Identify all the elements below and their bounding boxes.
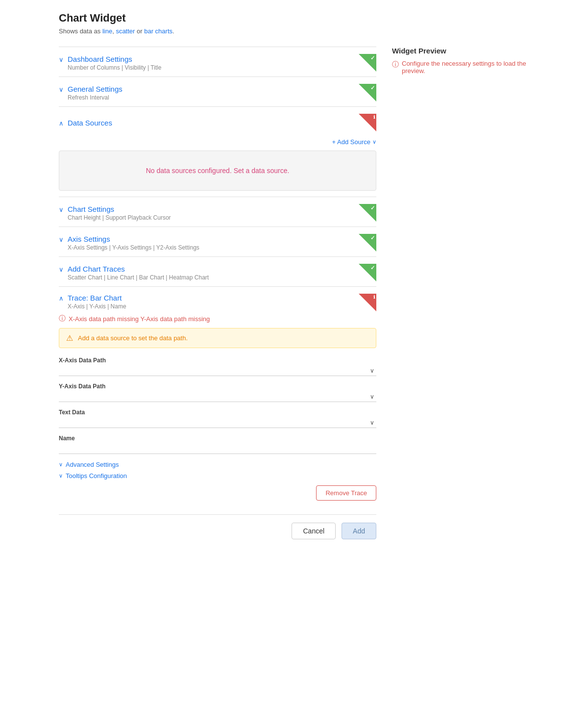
axis-settings-chevron[interactable]: ∨: [59, 236, 64, 243]
x-axis-data-path-select[interactable]: [59, 366, 376, 374]
y-axis-data-path-label: Y-Axis Data Path: [59, 383, 376, 390]
trace-warning-box: ⚠ Add a data source to set the data path…: [59, 328, 376, 348]
widget-preview-title: Widget Preview: [392, 47, 529, 55]
trace-bar-chart-title[interactable]: Trace: Bar Chart: [68, 294, 126, 302]
no-data-sources-box: No data sources configured. Set a data s…: [59, 151, 376, 191]
trace-bar-chart-header: ∧ Trace: Bar Chart X-Axis | Y-Axis | Nam…: [59, 294, 376, 311]
add-source-chevron-icon: ∨: [372, 139, 376, 145]
bottom-buttons: Cancel Add: [59, 514, 376, 539]
axis-settings-title[interactable]: Axis Settings: [68, 235, 199, 243]
trace-error-text: X-Axis data path missing Y-Axis data pat…: [69, 315, 210, 323]
axis-settings-section: ∨ Axis Settings X-Axis Settings | Y-Axis…: [59, 227, 376, 256]
general-settings-subtitle: Refresh Interval: [68, 94, 122, 101]
x-axis-data-path-label: X-Axis Data Path: [59, 357, 376, 364]
trace-error-row: ⓘ X-Axis data path missing Y-Axis data p…: [59, 314, 376, 323]
tooltips-config-label: Tooltips Configuration: [66, 472, 127, 480]
y-axis-data-path-field: Y-Axis Data Path ∨: [59, 383, 376, 402]
trace-warning-text: Add a data source to set the data path.: [78, 334, 188, 342]
add-chart-traces-title[interactable]: Add Chart Traces: [68, 265, 209, 273]
y-axis-data-path-select[interactable]: [59, 392, 376, 400]
add-chart-traces-subtitle: Scatter Chart | Line Chart | Bar Chart |…: [68, 274, 209, 281]
general-settings-section: ∨ General Settings Refresh Interval ✓: [59, 76, 376, 106]
general-settings-badge: ✓: [359, 84, 376, 101]
axis-settings-subtitle: X-Axis Settings | Y-Axis Settings | Y2-A…: [68, 244, 199, 251]
line-link[interactable]: line: [102, 27, 112, 35]
add-chart-traces-section: ∨ Add Chart Traces Scatter Chart | Line …: [59, 256, 376, 286]
dashboard-settings-title[interactable]: Dashboard Settings: [68, 55, 161, 63]
advanced-settings-label: Advanced Settings: [66, 461, 119, 468]
text-data-field: Text Data ∨: [59, 409, 376, 428]
axis-settings-badge: ✓: [359, 234, 376, 252]
text-data-label: Text Data: [59, 409, 376, 416]
chart-settings-chevron[interactable]: ∨: [59, 206, 64, 213]
add-button[interactable]: Add: [342, 523, 376, 539]
preview-message-text: Configure the necessary settings to load…: [402, 60, 529, 75]
add-chart-traces-badge: ✓: [359, 264, 376, 281]
preview-info-icon: ⓘ: [392, 60, 399, 69]
chart-settings-subtitle: Chart Height | Support Playback Cursor: [68, 214, 171, 221]
add-chart-traces-chevron[interactable]: ∨: [59, 266, 64, 273]
dashboard-settings-badge: ✓: [359, 54, 376, 72]
general-settings-title[interactable]: General Settings: [68, 85, 122, 93]
general-settings-chevron[interactable]: ∨: [59, 86, 64, 93]
add-source-row: + Add Source ∨: [59, 136, 376, 151]
add-source-button[interactable]: + Add Source ∨: [332, 138, 376, 146]
widget-preview-panel: Widget Preview ⓘ Configure the necessary…: [392, 47, 529, 75]
cancel-button[interactable]: Cancel: [292, 523, 336, 539]
name-label: Name: [59, 435, 376, 442]
warning-triangle-icon: ⚠: [66, 333, 73, 343]
remove-trace-button[interactable]: Remove Trace: [316, 485, 376, 501]
data-sources-section-header: ∧ Data Sources ℹ: [59, 106, 376, 136]
tooltips-config-link[interactable]: ∨ Tooltips Configuration: [59, 472, 376, 480]
chart-settings-section: ∨ Chart Settings Chart Height | Support …: [59, 197, 376, 227]
advanced-settings-link[interactable]: ∨ Advanced Settings: [59, 461, 376, 468]
data-sources-title[interactable]: Data Sources: [68, 119, 112, 127]
chart-settings-badge: ✓: [359, 204, 376, 222]
tooltips-config-chevron-icon: ∨: [59, 473, 63, 479]
trace-bar-chart-section: ∧ Trace: Bar Chart X-Axis | Y-Axis | Nam…: [59, 286, 376, 501]
text-data-select[interactable]: [59, 418, 376, 426]
x-axis-data-path-field: X-Axis Data Path ∨: [59, 357, 376, 376]
name-field: Name: [59, 435, 376, 454]
advanced-settings-chevron-icon: ∨: [59, 461, 63, 468]
scatter-link[interactable]: scatter: [116, 27, 135, 35]
trace-bar-chart-chevron[interactable]: ∧: [59, 295, 64, 302]
dashboard-settings-section: ∨ Dashboard Settings Number of Columns |…: [59, 47, 376, 76]
dashboard-settings-subtitle: Number of Columns | Visibility | Title: [68, 64, 161, 71]
name-input[interactable]: [59, 444, 376, 454]
dashboard-settings-chevron[interactable]: ∨: [59, 56, 64, 63]
data-sources-chevron[interactable]: ∧: [59, 120, 64, 127]
page-title: Chart Widget: [59, 12, 529, 25]
trace-bar-chart-badge: ℹ: [359, 294, 376, 311]
bar-link[interactable]: bar charts: [144, 27, 172, 35]
widget-preview-message: ⓘ Configure the necessary settings to lo…: [392, 60, 529, 75]
trace-bar-chart-subtitle: X-Axis | Y-Axis | Name: [68, 303, 126, 310]
chart-settings-title[interactable]: Chart Settings: [68, 205, 171, 213]
data-sources-content: + Add Source ∨ No data sources configure…: [59, 136, 376, 197]
trace-error-icon: ⓘ: [59, 314, 66, 323]
data-sources-badge: ℹ: [359, 114, 376, 131]
left-panel: ∨ Dashboard Settings Number of Columns |…: [59, 47, 376, 539]
page-subtitle: Shows data as line, scatter or bar chart…: [59, 27, 529, 35]
